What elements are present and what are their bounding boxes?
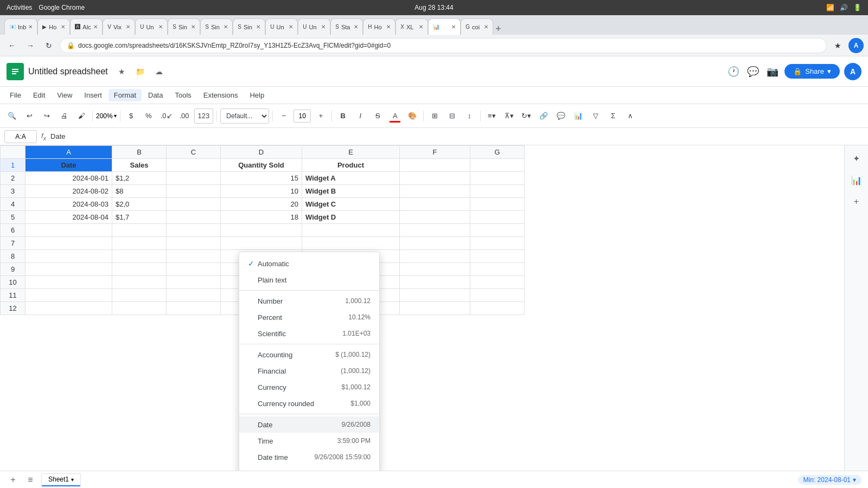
- font-family-select[interactable]: Default...: [220, 108, 269, 124]
- cell-C1[interactable]: [167, 159, 221, 172]
- cell-C5[interactable]: [167, 211, 221, 224]
- row-header-7[interactable]: 7: [1, 237, 25, 250]
- tab-close-alc[interactable]: ✕: [93, 24, 98, 30]
- dd-item-duration[interactable]: ✓ Duration 24:01:00: [239, 465, 379, 471]
- col-header-E[interactable]: E: [302, 146, 400, 159]
- dd-item-accounting[interactable]: ✓ Accounting $ (1,000.12): [239, 346, 379, 363]
- row-header-5[interactable]: 5: [1, 211, 25, 224]
- cell-B5[interactable]: $1,7: [112, 211, 167, 224]
- menu-data[interactable]: Data: [143, 89, 168, 101]
- menu-insert[interactable]: Insert: [79, 89, 107, 101]
- comment-tb-button[interactable]: 💬: [553, 108, 569, 124]
- tab-vix[interactable]: VVix✕: [103, 18, 135, 35]
- undo-button[interactable]: ↩: [22, 108, 37, 124]
- bold-button[interactable]: B: [335, 108, 350, 124]
- dd-item-number[interactable]: ✓ Number 1,000.12: [239, 293, 379, 309]
- valign-button[interactable]: ⊼▾: [501, 108, 516, 124]
- dd-item-financial[interactable]: ✓ Financial (1,000.12): [239, 363, 379, 379]
- paint-format-button[interactable]: 🖌: [74, 108, 89, 124]
- comment-button[interactable]: 💬: [745, 64, 761, 79]
- tab-close-sin3[interactable]: ✕: [256, 24, 260, 30]
- cell-F4[interactable]: [400, 198, 470, 211]
- cell-D2[interactable]: 15: [221, 172, 302, 185]
- percent-button[interactable]: %: [141, 108, 156, 124]
- increase-font-button[interactable]: +: [313, 108, 328, 124]
- tab-close-un3[interactable]: ✕: [321, 24, 326, 30]
- dd-item-time[interactable]: ✓ Time 3:59:00 PM: [239, 433, 379, 449]
- tab-close-sheets[interactable]: ✕: [451, 24, 456, 30]
- tab-close-ho[interactable]: ✕: [61, 24, 65, 30]
- row-header-11[interactable]: 11: [1, 289, 25, 302]
- cell-D3[interactable]: 10: [221, 185, 302, 198]
- link-button[interactable]: 🔗: [536, 108, 551, 124]
- menu-help[interactable]: Help: [244, 89, 270, 101]
- tab-close-vix[interactable]: ✕: [126, 24, 130, 30]
- share-button[interactable]: 🔒 Share ▾: [784, 64, 840, 79]
- dd-item-plain-text[interactable]: ✓ Plain text: [239, 272, 379, 288]
- col-header-G[interactable]: G: [470, 146, 525, 159]
- dd-item-datetime[interactable]: ✓ Date time 9/26/2008 15:59:00: [239, 449, 379, 465]
- reload-button[interactable]: ↻: [41, 38, 56, 53]
- chart-button[interactable]: 📊: [571, 108, 586, 124]
- align-button[interactable]: ≡▾: [484, 108, 499, 124]
- wrap-button[interactable]: ↕: [462, 108, 477, 124]
- cell-A4[interactable]: 2024-08-03: [25, 198, 112, 211]
- row-header-2[interactable]: 2: [1, 172, 25, 185]
- col-header-D[interactable]: D: [221, 146, 302, 159]
- cell-A2[interactable]: 2024-08-01: [25, 172, 112, 185]
- cell-E2[interactable]: Widget A: [302, 172, 400, 185]
- camera-button[interactable]: 📷: [765, 64, 780, 79]
- tab-un1[interactable]: UUn✕: [135, 18, 168, 35]
- sheets-addon-icon[interactable]: 📊: [848, 171, 865, 189]
- cell-reference-box[interactable]: A:A: [4, 130, 37, 143]
- tab-new-btn[interactable]: +: [493, 23, 503, 35]
- search-button[interactable]: 🔍: [4, 108, 20, 124]
- row-header-6[interactable]: 6: [1, 224, 25, 237]
- dd-item-percent[interactable]: ✓ Percent 10.12%: [239, 309, 379, 325]
- doc-title[interactable]: Untitled spreadsheet: [28, 67, 108, 76]
- tab-inb[interactable]: 📧Inb✕: [4, 18, 37, 35]
- tab-alc[interactable]: 🅰Alc✕: [70, 18, 103, 35]
- cell-D1[interactable]: Quantity Sold: [221, 159, 302, 172]
- activities-label[interactable]: Activities: [7, 4, 32, 11]
- dd-item-currency[interactable]: ✓ Currency $1,000.12: [239, 379, 379, 395]
- tab-un2[interactable]: UUn✕: [265, 18, 298, 35]
- row-header-10[interactable]: 10: [1, 276, 25, 289]
- dd-item-automatic[interactable]: ✓ Automatic: [239, 255, 379, 272]
- tab-close-un1[interactable]: ✕: [158, 24, 163, 30]
- functions-button[interactable]: Σ: [605, 108, 621, 124]
- cell-E4[interactable]: Widget C: [302, 198, 400, 211]
- decrease-font-button[interactable]: −: [276, 108, 291, 124]
- cell-F1[interactable]: [400, 159, 470, 172]
- cell-E5[interactable]: Widget D: [302, 211, 400, 224]
- merge-button[interactable]: ⊟: [444, 108, 459, 124]
- cell-F2[interactable]: [400, 172, 470, 185]
- forward-button[interactable]: →: [23, 38, 38, 53]
- profile-avatar[interactable]: A: [848, 38, 864, 53]
- cell-A3[interactable]: 2024-08-02: [25, 185, 112, 198]
- tab-ho[interactable]: ▶Ho✕: [37, 18, 70, 35]
- zoom-control[interactable]: 200% ▾: [96, 112, 117, 120]
- collapse-toolbar[interactable]: ∧: [623, 108, 638, 124]
- tab-close-sin1[interactable]: ✕: [191, 24, 195, 30]
- add-sheet-button[interactable]: +: [7, 473, 20, 486]
- tab-sin2[interactable]: SSin✕: [200, 18, 233, 35]
- folder-button[interactable]: 📁: [133, 64, 148, 79]
- cell-F3[interactable]: [400, 185, 470, 198]
- cell-C2[interactable]: [167, 172, 221, 185]
- url-bar[interactable]: 🔒 docs.google.com/spreadsheets/d/16KSKSJ…: [60, 38, 827, 53]
- tab-sheets[interactable]: 📊✕: [428, 18, 461, 35]
- tab-sin3[interactable]: SSin✕: [233, 18, 265, 35]
- tab-close-inb[interactable]: ✕: [28, 24, 33, 30]
- menu-view[interactable]: View: [52, 89, 78, 101]
- borders-button[interactable]: ⊞: [427, 108, 442, 124]
- cell-B3[interactable]: $8: [112, 185, 167, 198]
- cell-D5[interactable]: 18: [221, 211, 302, 224]
- cell-E1[interactable]: Product: [302, 159, 400, 172]
- browser-label[interactable]: Google Chrome: [39, 4, 85, 11]
- cell-G2[interactable]: [470, 172, 525, 185]
- tab-xl[interactable]: XXL✕: [395, 18, 428, 35]
- print-button[interactable]: 🖨: [56, 108, 72, 124]
- tab-close-coi[interactable]: ✕: [484, 24, 488, 30]
- user-avatar[interactable]: A: [844, 63, 861, 80]
